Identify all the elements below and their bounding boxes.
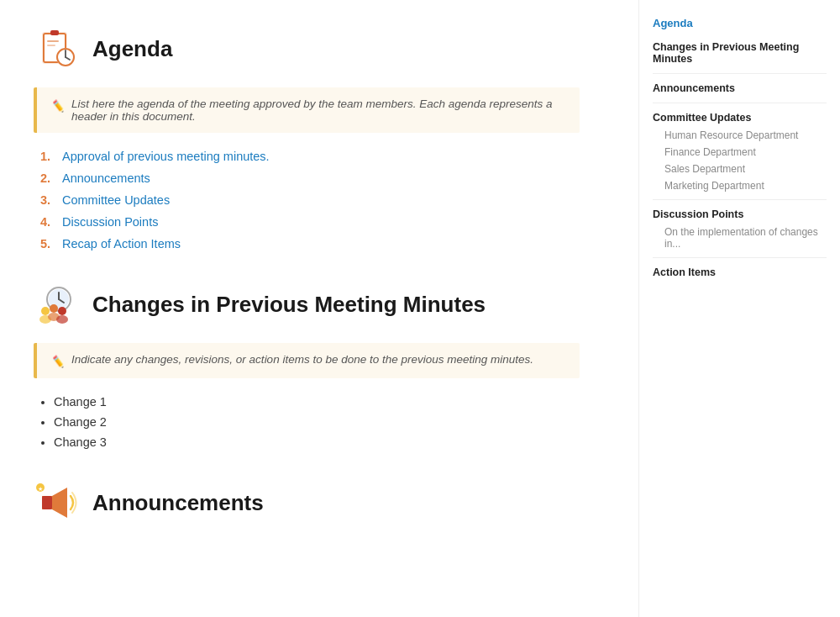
sidebar-subitem-marketing[interactable]: Marketing Department [653,177,827,194]
list-item: Discussion Points [40,215,580,229]
list-item: Change 3 [54,435,580,449]
divider [653,199,827,200]
agenda-info-text: ✏️ List here the agenda of the meeting a… [50,98,566,123]
agenda-link-3[interactable]: Committee Updates [62,193,170,207]
main-content: Agenda ✏️ List here the agenda of the me… [0,0,613,617]
agenda-icon [34,25,81,72]
list-item: Change 1 [54,395,580,409]
changes-info-text: ✏️ Indicate any changes, revisions, or a… [50,353,566,368]
svg-rect-20 [42,496,52,509]
svg-text:★: ★ [38,486,43,492]
svg-point-17 [58,307,66,315]
svg-rect-7 [47,40,59,42]
pencil-icon: ✏️ [50,99,65,113]
sidebar-title[interactable]: Agenda [653,17,827,29]
changes-title: Changes in Previous Meeting Minutes [92,292,486,318]
svg-point-18 [56,315,68,324]
announcements-section: ★ Announcements [34,479,580,526]
svg-point-13 [41,307,50,315]
agenda-title: Agenda [92,36,172,62]
agenda-header: Agenda [34,25,580,72]
announcements-title: Announcements [92,490,264,516]
agenda-link-1[interactable]: Approval of previous meeting minutes. [62,150,270,163]
agenda-info-box: ✏️ List here the agenda of the meeting a… [34,87,580,133]
pencil-icon-2: ✏️ [50,355,65,368]
sidebar-subitem-hr[interactable]: Human Resource Department [653,127,827,144]
divider [653,103,827,103]
list-item: Committee Updates [40,193,580,207]
svg-rect-2 [50,30,59,35]
svg-point-15 [50,304,58,313]
list-item: Approval of previous meeting minutes. [40,150,580,163]
sidebar-subitem-discussion-1[interactable]: On the implementation of changes in... [653,224,827,252]
agenda-link-5[interactable]: Recap of Action Items [62,237,181,250]
megaphone-icon: ★ [34,479,81,526]
list-item: Announcements [40,171,580,185]
agenda-link-4[interactable]: Discussion Points [62,215,158,229]
agenda-list: Approval of previous meeting minutes. An… [40,150,580,250]
sidebar-item-action[interactable]: Action Items [653,263,827,282]
sidebar-item-discussion[interactable]: Discussion Points [653,205,827,224]
list-item: Change 2 [54,415,580,429]
sidebar-item-announcements[interactable]: Announcements [653,79,827,98]
changes-header: Changes in Previous Meeting Minutes [34,281,580,328]
changes-section: Changes in Previous Meeting Minutes ✏️ I… [34,281,580,449]
sidebar-subitem-finance[interactable]: Finance Department [653,144,827,161]
agenda-section: Agenda ✏️ List here the agenda of the me… [34,25,580,250]
divider [653,257,827,258]
sidebar: Agenda Changes in Previous Meeting Minut… [638,0,840,617]
sidebar-item-committee[interactable]: Committee Updates [653,108,827,127]
sidebar-subitem-sales[interactable]: Sales Department [653,161,827,177]
clock-people-icon [34,281,81,328]
agenda-link-2[interactable]: Announcements [62,171,150,185]
changes-list: Change 1 Change 2 Change 3 [54,395,580,449]
divider [653,73,827,74]
announcements-header: ★ Announcements [34,479,580,526]
list-item: Recap of Action Items [40,237,580,250]
sidebar-item-changes[interactable]: Changes in Previous Meeting Minutes [653,38,827,68]
changes-info-box: ✏️ Indicate any changes, revisions, or a… [34,343,580,378]
svg-rect-8 [47,45,55,46]
